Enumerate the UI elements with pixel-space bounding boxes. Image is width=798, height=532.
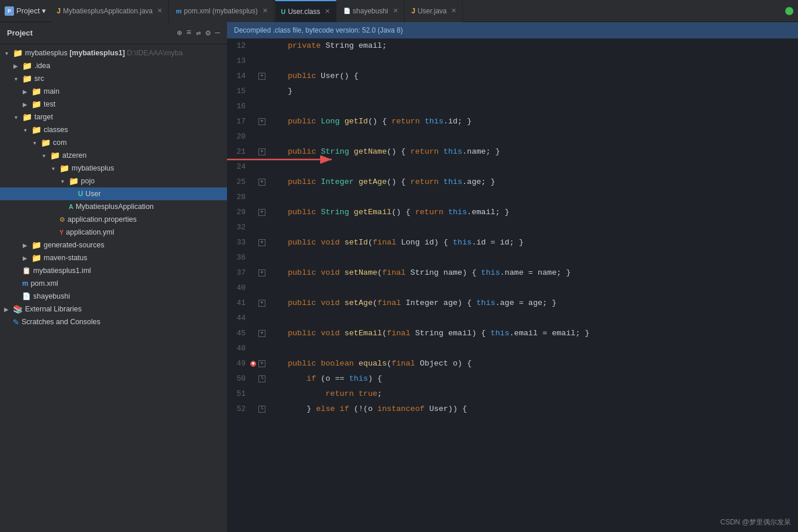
java-icon: J [412,7,416,15]
code-line-29: 29 + public String getEmail() { return t… [227,205,798,220]
fold-end-icon[interactable]: └ [258,88,265,95]
fold-end-icon[interactable]: └ [258,375,265,382]
fold-icon[interactable]: + [258,73,265,80]
tab-close-icon[interactable]: ✕ [157,7,162,15]
sidebar-item-label: generated-sources [44,241,104,249]
sidebar-item-label: classes [44,126,68,134]
expand-icon[interactable]: + [258,118,265,125]
sidebar-sync-icon[interactable]: ⊕ [177,28,182,38]
sidebar-item-main[interactable]: ▶ 📁 main [0,85,227,98]
code-line-48: 48 [227,341,798,356]
sidebar-item-idea[interactable]: ▶ 📁 .idea [0,59,227,72]
line-code [269,99,798,114]
line-number: 24 [227,159,255,175]
code-line-37: 37 + public void setName(final String na… [227,265,798,281]
line-gutter: + [255,239,269,246]
expand-icon[interactable]: + [258,148,265,155]
sidebar-list-icon[interactable]: ≡ [186,28,191,38]
tab-label: shayebushi [353,7,388,15]
sidebar-item-scratches[interactable]: ✎ Scratches and Consoles [0,315,227,328]
sidebar-item-target[interactable]: ▾ 📁 target [0,111,227,123]
expand-icon[interactable]: + [258,209,265,216]
expand-icon[interactable]: + [258,239,265,246]
sidebar-item-label: MybatiesplusApplication [76,203,154,211]
sidebar-item-maven-status[interactable]: ▶ 📁 maven-status [0,251,227,264]
code-lines: 12 private String email; 13 14 [227,38,798,417]
sidebar-item-iml[interactable]: 📋 mybatiesplus1.iml [0,264,227,277]
fold-end-icon[interactable]: └ [258,406,265,413]
sidebar-item-pojo[interactable]: ▾ 📁 pojo [0,175,227,187]
tab-pom-xml[interactable]: m pom.xml (mybatiesplus) ✕ [170,0,274,22]
arrow-icon: ▾ [2,50,10,56]
code-line-44: 44 [227,311,798,326]
arrow-icon: ▶ [21,255,29,261]
sidebar-item-pom-xml[interactable]: m pom.xml [0,277,227,290]
sidebar-item-src[interactable]: ▾ 📁 src [0,72,227,85]
line-number: 12 [227,38,255,54]
tab-label: MybatiesplusApplication.java [63,7,152,15]
sidebar-gear-icon[interactable]: ⚙ [205,28,210,38]
line-number: 50 [227,371,255,386]
tab-close-icon[interactable]: ✕ [393,7,398,15]
tab-shayebushi[interactable]: 📄 shayebushi ✕ [338,0,405,22]
arrow-icon: ▾ [30,140,38,146]
tab-close-icon[interactable]: ✕ [451,7,456,15]
sidebar-header: Project ⊕ ≡ ⇌ ⚙ — [0,22,227,44]
project-dropdown-icon[interactable]: ▾ [42,6,46,15]
expand-icon[interactable]: + [258,330,265,337]
line-number: 32 [227,220,255,235]
line-code [269,220,798,235]
sidebar-tree: ▾ 📁 mybatiesplus [mybatiesplus1] D:\IDEA… [0,44,227,532]
line-code [269,54,798,69]
line-number: 13 [227,54,255,69]
run-icon[interactable]: ● [250,361,256,367]
sidebar-item-com[interactable]: ▾ 📁 com [0,136,227,149]
line-code: public String getEmail() { return this.e… [269,205,798,220]
code-view: 12 private String email; 13 14 [227,38,798,532]
project-label[interactable]: P Project ▾ [5,6,46,16]
sidebar-item-shayebushi[interactable]: 📄 shayebushi [0,290,227,303]
code-line-49: 49 ● + public boolean equals(final Objec… [227,356,798,371]
line-code: public void setId(final Long id) { this.… [269,235,798,250]
code-line-33: 33 + public void setId(final Long id) { … [227,235,798,250]
tab-close-icon[interactable]: ✕ [325,8,330,15]
line-gutter: + [255,209,269,216]
sidebar-minimize-icon[interactable]: — [215,28,220,38]
sidebar-item-mybatiesplus-pkg[interactable]: ▾ 📁 mybatiesplus [0,162,227,175]
folder-icon: 📁 [22,61,32,70]
tab-close-icon[interactable]: ✕ [263,7,268,15]
tab-mybatiesplus-java[interactable]: J MybatiesplusApplication.java ✕ [51,0,169,22]
sidebar-item-app-yml[interactable]: Y application.yml [0,226,227,239]
line-number: 17 [227,114,255,129]
sidebar-item-app-properties[interactable]: ⚙ application.properties [0,213,227,226]
tab-user-class[interactable]: U User.class ✕ [275,0,336,22]
sidebar-item-atzeren[interactable]: ▾ 📁 atzeren [0,149,227,162]
editor-content[interactable]: 12 private String email; 13 14 [227,38,798,532]
sidebar-item-root[interactable]: ▾ 📁 mybatiesplus [mybatiesplus1] D:\IDEA… [0,47,227,59]
arrow-icon: ▾ [12,114,20,120]
expand-icon[interactable]: + [258,300,265,307]
sidebar-swap-icon[interactable]: ⇌ [196,28,201,38]
arrow-icon: ▶ [12,63,20,69]
sidebar-item-mybatiesplus-app[interactable]: A MybatiesplusApplication [0,200,227,213]
line-code [269,311,798,326]
sidebar-item-generated-sources[interactable]: ▶ 📁 generated-sources [0,239,227,251]
arrow-icon: ▾ [21,127,29,133]
sidebar-item-classes[interactable]: ▾ 📁 classes [0,123,227,136]
line-code: public User() { [269,69,798,84]
code-line-36: 36 [227,250,798,265]
sidebar-item-label: pojo [81,177,95,185]
expand-icon[interactable]: + [258,269,265,276]
sidebar-item-label: mybatiesplus [mybatiesplus1] D:\IDEAAA\m… [25,49,183,57]
sidebar-item-user-class[interactable]: U User [0,187,227,200]
expand-icon[interactable]: + [258,179,265,186]
sidebar-item-test[interactable]: ▶ 📁 test [0,98,227,111]
code-line-20: 20 [227,129,798,144]
tab-user-java[interactable]: J User.java ✕ [406,0,463,22]
sidebar-item-label: application.yml [66,228,114,236]
expand-icon[interactable]: + [258,360,265,367]
sidebar-item-external-libs[interactable]: ▶ 📚 External Libraries [0,303,227,315]
line-gutter: + [255,179,269,186]
line-gutter: └ [255,88,269,95]
folder-icon: 📁 [59,164,69,173]
